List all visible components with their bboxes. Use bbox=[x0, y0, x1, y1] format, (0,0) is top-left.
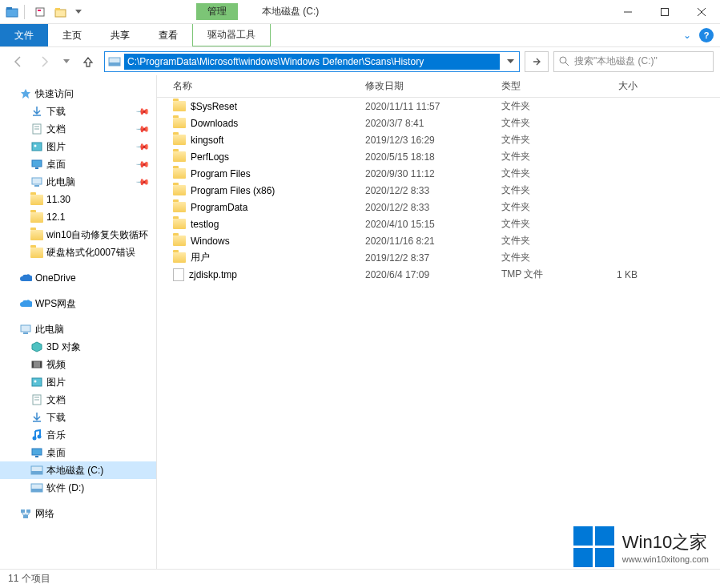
tab-drive-tool[interactable]: 驱动器工具 bbox=[192, 24, 271, 46]
qat-dropdown-icon[interactable] bbox=[73, 3, 84, 21]
doc-icon bbox=[30, 393, 43, 406]
file-row[interactable]: Program Files (x86) 2020/12/2 8:33 文件夹 bbox=[157, 182, 720, 199]
tab-view[interactable]: 查看 bbox=[144, 24, 192, 46]
column-name[interactable]: 名称 bbox=[157, 79, 365, 93]
wps-icon bbox=[19, 297, 32, 310]
file-name: kingsoft bbox=[191, 135, 223, 146]
sidebar-pc-item-5[interactable]: 音乐 bbox=[0, 426, 156, 444]
sidebar-quick-item-1[interactable]: 文档 📌 bbox=[0, 120, 156, 138]
sidebar-quick-item-7[interactable]: win10自动修复失败循环 bbox=[0, 226, 156, 244]
sidebar-quick-access[interactable]: 快速访问 bbox=[0, 85, 156, 103]
watermark-title: Win10之家 bbox=[622, 530, 709, 554]
file-row[interactable]: ProgramData 2020/12/2 8:33 文件夹 bbox=[157, 199, 720, 215]
sidebar-pc-item-1[interactable]: 视频 bbox=[0, 356, 156, 373]
sidebar-quick-item-0[interactable]: 下载 📌 bbox=[0, 103, 156, 120]
address-dropdown-icon[interactable] bbox=[501, 59, 519, 64]
file-row[interactable]: Windows 2020/11/16 8:21 文件夹 bbox=[157, 232, 720, 249]
download-icon bbox=[30, 411, 43, 424]
file-name: Program Files (x86) bbox=[191, 185, 275, 196]
minimize-button[interactable] bbox=[609, 0, 646, 24]
sidebar-network[interactable]: 网络 bbox=[0, 505, 156, 522]
go-button[interactable] bbox=[525, 51, 549, 72]
address-input[interactable] bbox=[124, 54, 500, 70]
file-row[interactable]: kingsoft 2019/12/3 16:29 文件夹 bbox=[157, 131, 720, 148]
svg-rect-26 bbox=[32, 361, 34, 368]
nav-forward-button[interactable] bbox=[34, 50, 56, 73]
sidebar-this-pc[interactable]: 此电脑 bbox=[0, 320, 156, 338]
sidebar-quick-item-8[interactable]: 硬盘格式化0007错误 bbox=[0, 244, 156, 261]
file-date: 2019/12/2 8:37 bbox=[365, 252, 501, 264]
svg-rect-24 bbox=[23, 332, 28, 334]
file-row[interactable]: Program Files 2020/9/30 11:12 文件夹 bbox=[157, 165, 720, 182]
nav-back-button[interactable] bbox=[6, 50, 29, 73]
file-name: 用户 bbox=[191, 251, 210, 264]
sidebar-pc-item-6[interactable]: 桌面 bbox=[0, 444, 156, 461]
svg-rect-20 bbox=[35, 167, 38, 169]
tab-file[interactable]: 文件 bbox=[0, 24, 48, 46]
folder-icon bbox=[173, 101, 186, 111]
sidebar-pc-item-0[interactable]: 3D 对象 bbox=[0, 338, 156, 356]
column-date[interactable]: 修改日期 bbox=[365, 79, 501, 93]
sidebar-quick-item-3[interactable]: 桌面 📌 bbox=[0, 155, 156, 173]
svg-rect-36 bbox=[35, 456, 38, 457]
qat-newfolder-icon[interactable] bbox=[52, 3, 70, 21]
pin-icon: 📌 bbox=[135, 174, 150, 189]
svg-rect-0 bbox=[6, 9, 18, 17]
ribbon-collapse-icon[interactable]: ⌄ bbox=[683, 30, 691, 41]
svg-rect-5 bbox=[55, 8, 60, 10]
nav-recent-dropdown[interactable] bbox=[61, 50, 72, 73]
svg-rect-27 bbox=[40, 361, 42, 368]
music-icon bbox=[30, 429, 43, 441]
svg-rect-28 bbox=[32, 378, 42, 386]
file-row[interactable]: $SysReset 2020/11/11 11:57 文件夹 bbox=[157, 98, 720, 115]
tab-share[interactable]: 共享 bbox=[96, 24, 144, 46]
file-name: testlog bbox=[191, 219, 219, 230]
column-type[interactable]: 类型 bbox=[501, 79, 581, 93]
manage-contextual-tab: 管理 bbox=[196, 3, 238, 20]
folder-icon bbox=[173, 252, 186, 263]
address-input-wrap[interactable] bbox=[104, 51, 520, 72]
file-row[interactable]: zjdiskp.tmp 2020/6/4 17:09 TMP 文件 1 KB bbox=[157, 266, 720, 283]
help-icon[interactable]: ? bbox=[699, 28, 714, 42]
sidebar-quick-item-5[interactable]: 11.30 bbox=[0, 191, 156, 208]
nav-up-button[interactable] bbox=[77, 50, 99, 73]
sidebar-quick-item-6[interactable]: 12.1 bbox=[0, 208, 156, 226]
qat-properties-icon[interactable] bbox=[31, 3, 49, 21]
close-button[interactable] bbox=[683, 0, 720, 24]
file-row[interactable]: Downloads 2020/3/7 8:41 文件夹 bbox=[157, 115, 720, 131]
file-date: 2020/12/2 8:33 bbox=[365, 202, 501, 213]
tree-item-label: 11.30 bbox=[46, 194, 70, 205]
pc-icon bbox=[19, 323, 32, 336]
sidebar-pc-item-4[interactable]: 下载 bbox=[0, 409, 156, 426]
svg-rect-22 bbox=[34, 185, 39, 187]
file-type: TMP 文件 bbox=[501, 268, 581, 281]
tree-item-label: 下载 bbox=[46, 411, 66, 425]
file-row[interactable]: testlog 2020/4/10 15:15 文件夹 bbox=[157, 215, 720, 232]
column-size[interactable]: 大小 bbox=[581, 79, 646, 93]
maximize-button[interactable] bbox=[646, 0, 683, 24]
sidebar-quick-item-2[interactable]: 图片 📌 bbox=[0, 138, 156, 155]
folder-icon bbox=[173, 118, 186, 128]
search-box[interactable]: 搜索"本地磁盘 (C:)" bbox=[553, 51, 714, 72]
sidebar-quick-item-4[interactable]: 此电脑 📌 bbox=[0, 173, 156, 191]
file-date: 2020/3/7 8:41 bbox=[365, 118, 501, 129]
tree-item-label: 3D 对象 bbox=[46, 340, 81, 354]
titlebar: 管理 本地磁盘 (C:) bbox=[0, 0, 720, 24]
tab-home[interactable]: 主页 bbox=[48, 24, 96, 46]
status-bar: 11 个项目 bbox=[0, 569, 720, 588]
sidebar-pc-item-2[interactable]: 图片 bbox=[0, 373, 156, 391]
sidebar-pc-item-7[interactable]: 本地磁盘 (C:) bbox=[0, 461, 156, 479]
file-date: 2020/11/11 11:57 bbox=[365, 101, 501, 112]
file-row[interactable]: PerfLogs 2020/5/15 18:18 文件夹 bbox=[157, 148, 720, 165]
file-date: 2020/5/15 18:18 bbox=[365, 151, 501, 163]
tree-item-label: 快速访问 bbox=[35, 87, 74, 101]
drive-icon bbox=[30, 481, 43, 494]
folder-icon bbox=[173, 202, 186, 212]
sidebar-wps[interactable]: WPS网盘 bbox=[0, 295, 156, 312]
sidebar-pc-item-3[interactable]: 文档 bbox=[0, 391, 156, 409]
file-name: Windows bbox=[191, 236, 230, 247]
sidebar-pc-item-8[interactable]: 软件 (D:) bbox=[0, 479, 156, 497]
file-row[interactable]: 用户 2019/12/2 8:37 文件夹 bbox=[157, 249, 720, 266]
file-type: 文件夹 bbox=[501, 183, 581, 197]
sidebar-onedrive[interactable]: OneDrive bbox=[0, 269, 156, 287]
